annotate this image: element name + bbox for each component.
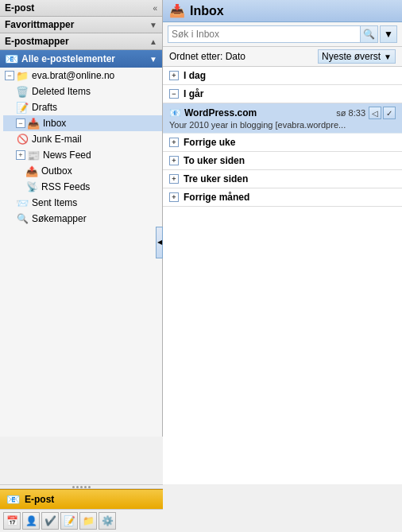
action-icon-2: ✓: [386, 109, 392, 118]
toolbar-settings-btn[interactable]: ⚙️: [99, 512, 116, 530]
search-button[interactable]: 🔍: [361, 25, 378, 43]
account-expand-icon[interactable]: −: [5, 71, 14, 80]
junk-label: Junk E-mail: [32, 134, 82, 145]
sidebar-item-outbox[interactable]: 📤 Outbox: [3, 163, 162, 179]
action-icon-1: ◁: [372, 109, 378, 118]
toolbar-folder-btn[interactable]: 📁: [79, 512, 97, 530]
inbox-icon: 📥: [27, 117, 40, 130]
alle-epost-label: Alle e-postelementer: [21, 53, 115, 64]
toolbar-notes-btn[interactable]: 📝: [60, 512, 78, 530]
drafts-label: Drafts: [32, 102, 57, 113]
settings-icon: ⚙️: [102, 515, 114, 526]
email-row-wordpress[interactable]: 📧 WordPress.com sø 8:33 ◁ ✓: [163, 103, 402, 134]
igar-expand-icon[interactable]: −: [169, 89, 179, 99]
collapse-arrow: ◀: [157, 239, 162, 246]
forrige-uke-expand-icon[interactable]: +: [169, 138, 179, 147]
resize-dots: [72, 486, 91, 488]
toolbar-calendar-btn[interactable]: 📅: [3, 512, 21, 530]
sort-dropdown-arrow: ▼: [384, 52, 392, 61]
idag-label: I dag: [184, 70, 206, 81]
alle-epost-chevron: ▼: [149, 55, 157, 64]
group-header-to-uker[interactable]: + To uker siden: [163, 152, 402, 170]
toolbar-tasks-btn[interactable]: ✔️: [41, 512, 59, 530]
sidebar-item-newsfeed[interactable]: + 📰 News Feed: [3, 147, 162, 163]
group-header-tre-uker[interactable]: + Tre uker siden: [163, 170, 402, 188]
sort-bar: Ordnet etter: Dato Nyeste øverst ▼: [163, 47, 402, 67]
epost-tab-icon: 📧: [6, 493, 20, 506]
right-panel: 📥 Inbox 🔍 ▼ Ordnet etter: Dato Nyeste øv…: [163, 0, 402, 484]
left-panel: E-post « Favorittmapper ▼ E-postmapper ▲…: [0, 0, 163, 437]
to-uker-label: To uker siden: [184, 155, 245, 166]
alle-epost-bar[interactable]: 📧 Alle e-postelementer ▼: [0, 50, 162, 68]
search-options-button[interactable]: ▼: [380, 25, 397, 43]
account-label: eva.brat@online.no: [32, 70, 114, 81]
favorittmapper-header[interactable]: Favorittmapper ▼: [0, 17, 162, 33]
forrige-maned-expand-icon[interactable]: +: [169, 192, 179, 202]
inbox-label: Inbox: [43, 118, 66, 129]
newsfeed-expand-icon[interactable]: +: [16, 150, 25, 160]
inbox-expand-icon[interactable]: −: [16, 118, 25, 128]
app-title-bar[interactable]: E-post «: [0, 0, 162, 17]
notes-icon: 📝: [64, 515, 75, 526]
account-row[interactable]: − 📁 eva.brat@online.no: [3, 68, 162, 83]
sort-dropdown[interactable]: Nyeste øverst ▼: [318, 49, 396, 64]
group-header-forrige-maned[interactable]: + Forrige måned: [163, 188, 402, 207]
sokemapper-label: Søkemapper: [32, 213, 87, 224]
inbox-title: Inbox: [190, 4, 224, 18]
sent-label: Sent Items: [32, 197, 77, 208]
resize-dot-3: [80, 486, 83, 488]
email-date: sø 8:33: [336, 108, 365, 118]
sidebar-item-drafts[interactable]: 📝 Drafts: [3, 99, 162, 115]
sort-label: Ordnet etter: Dato: [169, 51, 245, 62]
sidebar-item-inbox[interactable]: − 📥 Inbox: [3, 115, 162, 131]
epostmapper-header[interactable]: E-postmapper ▲: [0, 33, 162, 50]
app-title: E-post: [5, 2, 34, 14]
epostmapper-chevron: ▲: [149, 37, 157, 46]
rss-icon: 📡: [25, 181, 38, 193]
inbox-title-icon: 📥: [169, 3, 185, 18]
sokemapper-icon: 🔍: [16, 212, 29, 225]
newsfeed-label: News Feed: [43, 150, 91, 161]
drafts-icon: 📝: [16, 101, 29, 114]
left-collapse-button[interactable]: ◀: [156, 227, 163, 258]
sidebar-item-deleted[interactable]: 🗑️ Deleted Items: [3, 83, 162, 99]
idag-expand-icon[interactable]: +: [169, 71, 179, 80]
search-bar: 🔍 ▼: [163, 22, 402, 47]
sidebar-item-sent[interactable]: 📨 Sent Items: [3, 195, 162, 211]
group-header-idag[interactable]: + I dag: [163, 67, 402, 85]
search-dropdown-icon: ▼: [384, 29, 393, 40]
resize-dot-5: [88, 486, 91, 488]
outbox-label: Outbox: [41, 165, 72, 177]
tasks-icon: ✔️: [44, 515, 56, 526]
outbox-icon: 📤: [25, 165, 38, 177]
forrige-uke-label: Forrige uke: [184, 137, 235, 148]
epost-tab[interactable]: 📧 E-post: [0, 489, 163, 509]
email-action-btn-2[interactable]: ✓: [383, 107, 396, 119]
epost-tab-label: E-post: [25, 494, 54, 505]
resize-dot-2: [76, 486, 79, 488]
folder-tree: − 📁 eva.brat@online.no 🗑️ Deleted Items …: [0, 68, 162, 227]
sidebar-item-sokemapper[interactable]: 🔍 Søkemapper: [3, 211, 162, 227]
forrige-maned-label: Forrige måned: [184, 192, 249, 203]
inbox-title-bar: 📥 Inbox: [163, 0, 402, 22]
sent-icon: 📨: [16, 196, 29, 209]
folder-icon: 📁: [83, 515, 95, 526]
toolbar-contacts-btn[interactable]: 👤: [22, 512, 40, 530]
tre-uker-expand-icon[interactable]: +: [169, 174, 179, 184]
to-uker-expand-icon[interactable]: +: [169, 156, 179, 165]
tre-uker-label: Tre uker siden: [184, 173, 248, 184]
search-input[interactable]: [168, 25, 361, 43]
sidebar-item-junk[interactable]: 🚫 Junk E-mail: [3, 131, 162, 147]
group-header-igar[interactable]: − I går: [163, 85, 402, 103]
sidebar-item-rss[interactable]: 📡 RSS Feeds: [3, 179, 162, 195]
group-header-forrige-uke[interactable]: + Forrige uke: [163, 134, 402, 152]
email-action-btn-1[interactable]: ◁: [369, 107, 381, 119]
sort-value: Nyeste øverst: [322, 51, 381, 62]
igar-label: I går: [184, 88, 203, 99]
email-flag-icon: 📧: [169, 107, 181, 118]
junk-icon: 🚫: [16, 133, 29, 146]
bottom-section: 📧 E-post 📅 👤 ✔️ 📝 📁 ⚙️: [0, 484, 163, 532]
alle-epost-icon: 📧: [5, 52, 18, 65]
account-icon: 📁: [16, 69, 29, 82]
newsfeed-icon: 📰: [27, 149, 40, 161]
